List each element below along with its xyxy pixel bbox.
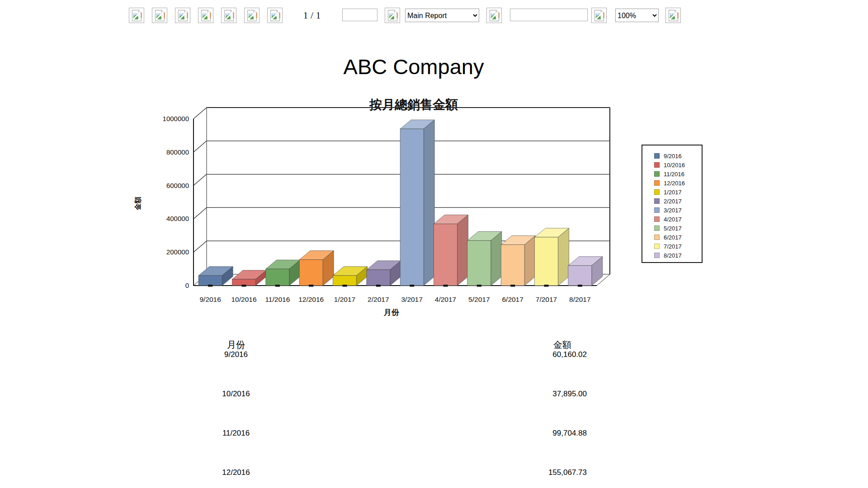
legend-label: 12/2016 bbox=[664, 180, 685, 186]
legend-swatch bbox=[654, 253, 660, 258]
legend-swatch bbox=[654, 189, 660, 195]
x-tick-label: 1/2017 bbox=[334, 296, 355, 303]
legend-swatch bbox=[654, 207, 660, 213]
legend-swatch bbox=[654, 171, 660, 177]
broken-image-icon bbox=[668, 9, 679, 22]
bar-2/2017 bbox=[367, 261, 401, 286]
legend-label: 2/2017 bbox=[664, 198, 682, 204]
sales-by-month-chart: 按月總銷售金額020000040000060000080000010000009… bbox=[127, 88, 723, 323]
legend-label: 6/2017 bbox=[664, 235, 682, 240]
broken-image-icon bbox=[132, 9, 142, 22]
legend-entry: 1/2017 bbox=[654, 188, 702, 197]
legend-entry: 12/2016 bbox=[654, 178, 702, 188]
previous-page-button[interactable] bbox=[221, 8, 236, 23]
legend-entry: 7/2017 bbox=[654, 242, 702, 251]
bar-6/2017 bbox=[501, 236, 535, 286]
legend-swatch bbox=[654, 244, 660, 249]
broken-image-icon bbox=[387, 9, 398, 22]
legend-label: 1/2017 bbox=[664, 189, 682, 195]
broken-image-icon bbox=[247, 9, 257, 22]
table-cell-month: 9/2016 bbox=[191, 350, 281, 359]
legend-entry: 9/2016 bbox=[654, 151, 702, 160]
x-tick-label: 10/2016 bbox=[231, 296, 256, 303]
table-header-month: 月份 bbox=[191, 339, 281, 351]
zoom-select[interactable]: 100% bbox=[615, 9, 659, 22]
legend-swatch bbox=[654, 153, 660, 159]
bar-5/2017 bbox=[467, 231, 502, 286]
x-tick-label: 6/2017 bbox=[502, 296, 523, 303]
legend-label: 10/2016 bbox=[664, 162, 685, 168]
x-tick-label: 3/2017 bbox=[401, 296, 422, 303]
legend-swatch bbox=[654, 216, 660, 222]
last-page-button[interactable] bbox=[267, 8, 283, 23]
legend-swatch bbox=[654, 235, 660, 240]
y-axis-title: 金額 bbox=[134, 197, 142, 211]
search-button[interactable] bbox=[591, 8, 607, 23]
report-select[interactable]: Main Report bbox=[405, 9, 479, 22]
legend-label: 11/2016 bbox=[664, 171, 684, 177]
table-cell-month: 11/2016 bbox=[191, 429, 281, 438]
legend-label: 4/2017 bbox=[664, 216, 682, 222]
legend-swatch bbox=[654, 198, 660, 204]
table-header-amount-label: 金額 bbox=[553, 339, 571, 351]
legend-label: 5/2017 bbox=[664, 225, 682, 231]
legend-entry: 5/2017 bbox=[654, 224, 702, 233]
next-page-button[interactable] bbox=[244, 8, 259, 23]
broken-image-icon bbox=[178, 9, 188, 22]
legend-label: 3/2017 bbox=[664, 207, 682, 213]
broken-image-icon bbox=[224, 9, 234, 22]
table-header-amount: 金額 bbox=[495, 339, 587, 351]
legend-entry: 8/2017 bbox=[654, 251, 702, 260]
chart-legend: 9/201610/201611/201612/20161/20172/20173… bbox=[642, 145, 703, 263]
first-page-button[interactable] bbox=[198, 8, 213, 23]
page-indicator: 1 / 1 bbox=[293, 8, 331, 23]
table-cell-amount: 99,704.88 bbox=[495, 429, 587, 438]
go-to-page-button[interactable] bbox=[385, 8, 400, 23]
y-tick-label: 800000 bbox=[166, 148, 189, 156]
y-tick-label: 400000 bbox=[166, 215, 189, 222]
table-cell-month: 10/2016 bbox=[191, 389, 281, 399]
table-cell-amount: 60,160.02 bbox=[495, 350, 587, 359]
x-tick-label: 11/2016 bbox=[265, 296, 290, 303]
x-tick-label: 12/2016 bbox=[298, 296, 324, 303]
legend-entry: 2/2017 bbox=[654, 197, 702, 206]
report-title: ABC Company bbox=[190, 54, 637, 79]
legend-label: 7/2017 bbox=[664, 244, 682, 249]
legend-swatch bbox=[654, 180, 660, 186]
bar-8/2017 bbox=[568, 257, 603, 286]
goto-page-input[interactable] bbox=[342, 9, 377, 21]
x-tick-label: 2/2017 bbox=[368, 296, 389, 303]
table-cell-month: 12/2016 bbox=[191, 468, 281, 477]
legend-swatch bbox=[654, 225, 660, 231]
broken-image-icon bbox=[594, 9, 604, 22]
bar-1/2017 bbox=[333, 267, 368, 286]
bar-3/2017 bbox=[400, 120, 434, 286]
toggle-group-tree-button[interactable] bbox=[175, 8, 190, 23]
search-input[interactable] bbox=[510, 9, 588, 21]
bar-7/2017 bbox=[535, 228, 569, 286]
table-cell-amount: 37,895.00 bbox=[495, 389, 587, 399]
legend-swatch bbox=[654, 162, 660, 168]
legend-entry: 3/2017 bbox=[654, 206, 702, 215]
toolbar: 1 / 1 Main Report 100% bbox=[0, 0, 868, 27]
x-axis-title: 月份 bbox=[383, 308, 400, 317]
legend-label: 9/2016 bbox=[664, 153, 682, 159]
broken-image-icon bbox=[270, 9, 280, 22]
broken-image-icon bbox=[489, 9, 500, 22]
y-tick-label: 600000 bbox=[166, 182, 189, 189]
broken-image-icon bbox=[155, 9, 165, 22]
legend-entry: 4/2017 bbox=[654, 215, 702, 224]
x-tick-label: 7/2017 bbox=[536, 296, 557, 303]
chart-svg: 按月總銷售金額020000040000060000080000010000009… bbox=[127, 88, 723, 323]
export-button[interactable] bbox=[129, 8, 144, 23]
print-button[interactable] bbox=[152, 8, 167, 23]
table-header-month-label: 月份 bbox=[227, 340, 245, 350]
legend-entry: 10/2016 bbox=[654, 160, 702, 169]
y-tick-label: 0 bbox=[185, 282, 189, 289]
bar-10/2016 bbox=[232, 270, 267, 286]
y-tick-label: 1000000 bbox=[163, 115, 189, 122]
bar-4/2017 bbox=[434, 215, 468, 286]
refresh-button[interactable] bbox=[486, 8, 502, 23]
bar-12/2016 bbox=[299, 251, 334, 286]
help-button[interactable] bbox=[665, 8, 681, 23]
